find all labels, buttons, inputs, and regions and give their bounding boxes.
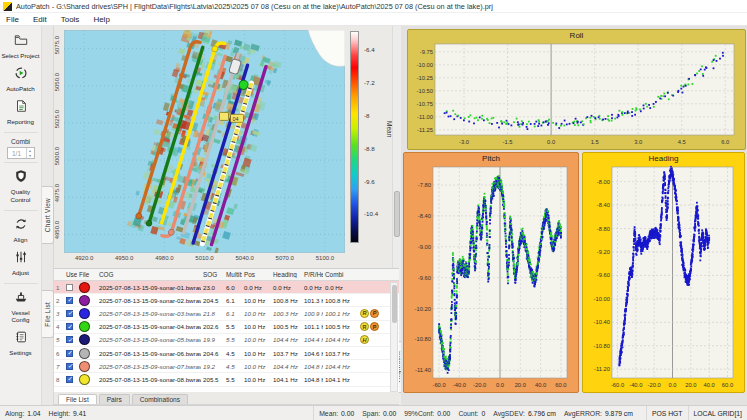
combi-label: Combi: [11, 138, 30, 145]
menu-tools[interactable]: Tools: [61, 15, 80, 24]
use-checkbox[interactable]: [66, 323, 73, 330]
use-checkbox[interactable]: [66, 297, 73, 304]
sidebar-item-align[interactable]: Align: [0, 214, 41, 247]
table-row[interactable]: 52025-07-08-13-15-09-sonar-05.bwraw19.95…: [54, 334, 399, 347]
line-color-dot: [79, 295, 90, 306]
tab-chart-view[interactable]: Chart View: [42, 186, 54, 244]
table-row[interactable]: 42025-07-08-13-15-09-sonar-04.bwraw202.6…: [54, 321, 399, 334]
file-name: 2025-07-08-13-15-09-sonar-07.bwraw: [97, 363, 201, 370]
spinner-down-icon[interactable]: ▾: [27, 153, 34, 158]
svg-text:20.0: 20.0: [515, 382, 526, 388]
colorbar-tick-label: -7.2: [364, 79, 375, 86]
svg-text:40.0: 40.0: [535, 382, 546, 388]
tab-pairs[interactable]: Pairs: [99, 394, 130, 404]
map-x-tick-label: 5100.0: [310, 255, 340, 261]
pitch-plot-canvas: -60.0-40.0-20.00.020.040.060.0-7.80-8.40…: [404, 164, 572, 390]
status-stat-value: 0.00: [341, 410, 354, 417]
svg-text:-8.40: -8.40: [418, 213, 431, 219]
heading-rate: 104.8 Hz: [302, 363, 323, 370]
table-row[interactable]: 82025-07-08-13-15-09-sonar-08.bwraw205.5…: [54, 373, 399, 386]
combi-spinner-arrows[interactable]: ▴▾: [26, 148, 34, 158]
tab-file-list-bottom[interactable]: File List: [58, 394, 97, 404]
sidebar-item-label: Quality Control: [11, 188, 31, 202]
pitch-plot[interactable]: -60.0-40.0-20.00.020.040.060.0-7.80-8.40…: [404, 164, 578, 394]
status-stat-value: 9.879 cm: [605, 410, 633, 417]
cog-value: 204.5: [201, 297, 224, 304]
splitter-scroll-thumb[interactable]: [394, 191, 400, 237]
menu-help[interactable]: Help: [93, 15, 109, 24]
cog-value: 204.6: [201, 350, 224, 357]
sidebar-item-quality-control[interactable]: Quality Control: [0, 166, 41, 206]
svg-text:-60.0: -60.0: [432, 382, 445, 388]
sidebar-item-vessel-config[interactable]: Vessel Config: [0, 287, 41, 327]
svg-text:-20.0: -20.0: [648, 382, 661, 388]
heading-rate: 104.8 Hz: [302, 376, 323, 383]
pos-rate: 100.8 Hz: [271, 297, 302, 304]
roll-plot[interactable]: -3.0-1.50.01.53.04.56.0-9.75-10.00-10.25…: [408, 41, 745, 151]
table-row[interactable]: 32025-07-08-13-15-09-sonar-03.bwraw21.86…: [54, 307, 399, 320]
use-checkbox[interactable]: [66, 310, 73, 317]
map-x-tick-label: 4920.0: [69, 255, 99, 261]
combi-badge-r: R: [360, 322, 369, 331]
heading-rate: 101.3 Hz: [302, 297, 323, 304]
svg-text:4.5: 4.5: [678, 139, 686, 145]
heading-plot[interactable]: -60.0-40.0-20.00.020.040.060.0-8.00-8.40…: [583, 164, 744, 394]
svg-text:0.0: 0.0: [496, 382, 504, 388]
table-row[interactable]: 72025-07-08-13-15-09-sonar-07.bwraw19.24…: [54, 360, 399, 373]
svg-text:-10.25: -10.25: [417, 75, 433, 81]
sliders-icon: [14, 250, 28, 268]
svg-text:-3.0: -3.0: [459, 139, 469, 145]
svg-text:-10.00: -10.00: [417, 62, 433, 68]
column-header: Heading: [271, 271, 302, 278]
map-y-tick-label: 4975.0: [54, 184, 60, 202]
svg-text:-7.80: -7.80: [418, 182, 431, 188]
sidebar-item-settings[interactable]: Settings: [0, 327, 41, 360]
use-checkbox[interactable]: [66, 363, 73, 370]
heading-rate: 104.6 Hz: [302, 350, 323, 357]
map-y-tick-label: 5075.0: [54, 36, 60, 54]
line-color-dot: [79, 308, 90, 319]
svg-text:-9.60: -9.60: [418, 275, 431, 281]
column-header: SOG: [201, 271, 224, 278]
combi-spinner[interactable]: 1/1▴▾: [7, 147, 35, 159]
map-y-tick-label: 5000.0: [54, 147, 60, 165]
table-row[interactable]: 62025-07-08-13-15-09-sonar-06.bwraw204.6…: [54, 347, 399, 360]
coverage-map-canvas[interactable]: 04: [64, 30, 345, 253]
shield-icon: [14, 169, 28, 187]
sidebar-item-adjust[interactable]: Adjust: [0, 247, 41, 280]
svg-text:0.0: 0.0: [547, 139, 555, 145]
pos-rate: 100.3 Hz: [271, 310, 302, 317]
table-scrollbar-thumb[interactable]: [392, 285, 397, 323]
file-name: 2025-07-08-13-15-09-sonar-02.bwraw: [97, 297, 201, 304]
map-y-tick-label: 4950.0: [54, 221, 60, 239]
column-header: Combi: [323, 271, 358, 278]
table-row[interactable]: 22025-07-08-13-15-09-sonar-02.bwraw204.5…: [54, 294, 399, 307]
sidebar-item-reporting[interactable]: Reporting: [0, 96, 41, 129]
use-checkbox[interactable]: [66, 284, 73, 291]
combi-badge-p: P: [370, 322, 379, 331]
use-checkbox[interactable]: [66, 350, 73, 357]
sidebar-item-select-project[interactable]: Select Project: [0, 30, 41, 63]
tab-combinations[interactable]: Combinations: [132, 394, 188, 404]
window-title: AutoPatch - G:\Shared drives\SPH | Fligh…: [16, 2, 493, 11]
menu-file[interactable]: File: [6, 15, 19, 24]
ship-icon: [14, 290, 28, 308]
svg-text:0.0: 0.0: [668, 382, 676, 388]
menu-bar: File Edit Tools Help: [0, 13, 747, 26]
sidebar-item-autopatch[interactable]: AutoPatch: [0, 63, 41, 96]
tab-file-list[interactable]: File List: [42, 290, 54, 338]
combi-badge-r: R: [360, 309, 369, 318]
svg-text:3.0: 3.0: [634, 139, 642, 145]
table-scrollbar[interactable]: [390, 282, 398, 392]
sog-value: 6.1: [224, 310, 242, 317]
svg-text:-8.40: -8.40: [597, 202, 610, 208]
table-row[interactable]: 12025-07-08-13-15-09-sonar-01.bwraw23.06…: [54, 281, 399, 294]
row-number: 6: [54, 350, 64, 357]
row-number: 4: [54, 323, 64, 330]
column-header: Pos: [242, 271, 271, 278]
file-name: 2025-07-08-13-15-09-sonar-01.bwraw: [97, 284, 201, 291]
use-checkbox[interactable]: [66, 336, 73, 343]
menu-edit[interactable]: Edit: [33, 15, 47, 24]
use-checkbox[interactable]: [66, 376, 73, 383]
pos-rate: 104.1 Hz: [271, 376, 302, 383]
